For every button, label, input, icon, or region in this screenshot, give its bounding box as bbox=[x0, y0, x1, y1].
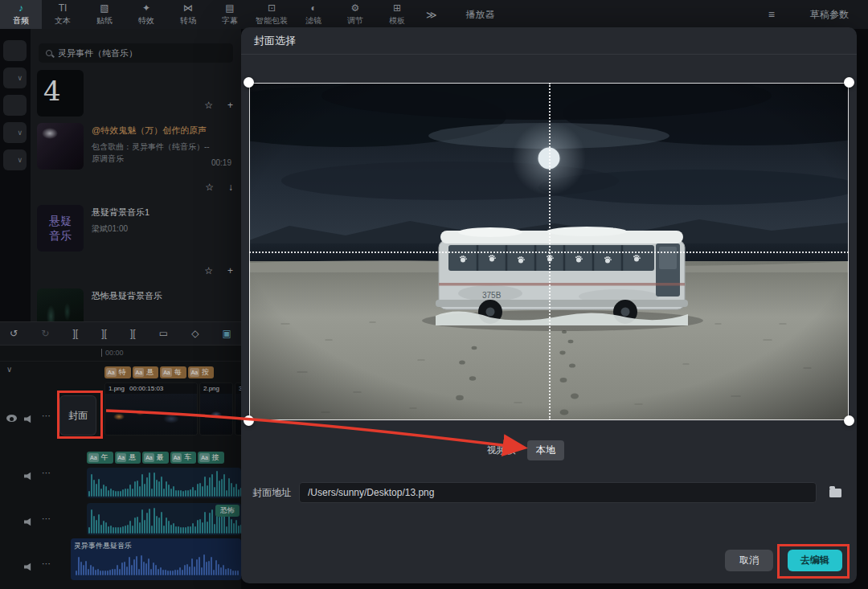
mute-track-icon[interactable] bbox=[24, 472, 34, 481]
cancel-button[interactable]: 取消 bbox=[725, 550, 773, 571]
crop-handle-bottom-left[interactable] bbox=[244, 415, 254, 426]
add-icon[interactable]: + bbox=[227, 100, 233, 111]
mute-track-icon[interactable] bbox=[24, 562, 34, 571]
add-icon[interactable]: + bbox=[227, 265, 233, 276]
timeline-ruler[interactable]: 00:00 bbox=[0, 346, 241, 362]
tab-sticker[interactable]: ▧ 贴纸 bbox=[84, 0, 125, 29]
search-input[interactable] bbox=[58, 48, 226, 58]
tab-effects[interactable]: ✦ 特效 bbox=[125, 0, 167, 29]
captions-icon: ▤ bbox=[225, 3, 234, 14]
toggle-visibility-icon[interactable] bbox=[6, 415, 17, 422]
rail-item[interactable] bbox=[3, 40, 27, 61]
tab-audio[interactable]: ♪ 音频 bbox=[0, 0, 42, 29]
audio-icon: ♪ bbox=[18, 3, 23, 14]
cover-address-input[interactable] bbox=[299, 482, 817, 503]
audio-track[interactable] bbox=[87, 468, 241, 498]
text-clip[interactable]: Aa悬 bbox=[115, 452, 141, 464]
text-clip[interactable]: Aa悬 bbox=[133, 366, 159, 378]
text-style-icon: Aa bbox=[106, 368, 117, 377]
crop-handle-top-right[interactable] bbox=[844, 77, 854, 88]
music-list-item[interactable]: 悬疑音乐 悬疑背景音乐1 梁斌01:00 ☆ + bbox=[31, 199, 241, 283]
track-more-icon[interactable]: ⋯ bbox=[42, 411, 51, 420]
cover-selection-dialog: 封面选择 bbox=[241, 27, 857, 583]
clip-label: 1.png00:00:15:03 bbox=[105, 383, 197, 394]
text-clip[interactable]: Aa特 bbox=[104, 366, 131, 378]
music-item-body: 悬疑背景音乐1 梁斌01:00 bbox=[92, 205, 149, 277]
split-icon[interactable]: ][ bbox=[72, 328, 78, 339]
trim-right-icon[interactable]: ][ bbox=[130, 328, 136, 339]
music-title: @特效鬼魅（万）创作的原声 bbox=[92, 125, 212, 137]
tab-template[interactable]: ⊞ 模板 bbox=[376, 0, 418, 29]
more-tools-button[interactable]: ≫ bbox=[418, 0, 445, 29]
track-more-icon[interactable]: ⋯ bbox=[42, 559, 51, 568]
draft-params-button[interactable]: 草稿参数 bbox=[810, 8, 849, 22]
clip-thumbnail bbox=[105, 394, 197, 436]
thumbnail-text: 悬疑音乐 bbox=[47, 214, 74, 243]
text-clip[interactable]: Aa最 bbox=[142, 452, 169, 464]
cover-button[interactable]: 封面 bbox=[59, 395, 96, 436]
music-panel: 4 ☆ + @特效鬼魅（万）创作的原声 包含歌曲：灵异事件（纯音乐）--原调音乐… bbox=[31, 29, 241, 321]
music-item-body: @特效鬼魅（万）创作的原声 包含歌曲：灵异事件（纯音乐）--原调音乐 bbox=[92, 123, 212, 194]
text-icon: TI bbox=[59, 3, 68, 14]
go-edit-button[interactable]: 去编辑 bbox=[788, 550, 842, 571]
crop-handle-bottom-right[interactable] bbox=[844, 415, 854, 426]
smart-package-icon: ⊡ bbox=[268, 3, 276, 14]
audio-track[interactable]: 恐怖 bbox=[87, 503, 241, 535]
music-item-actions: ☆ + bbox=[204, 100, 233, 111]
clip-thumbnail bbox=[235, 394, 241, 436]
rail-item[interactable]: ∨ bbox=[3, 149, 27, 170]
track-more-icon[interactable]: ⋯ bbox=[42, 514, 51, 523]
timeline: 00:00 ∨ Aa特 Aa悬 Aa每 Aa按 封面 1.png00:00:15… bbox=[0, 346, 241, 589]
trim-left-icon[interactable]: ][ bbox=[101, 328, 107, 339]
favorite-icon[interactable]: ☆ bbox=[204, 100, 213, 111]
select-box-icon[interactable]: ▭ bbox=[159, 328, 168, 339]
text-clip[interactable]: Aa午 bbox=[87, 452, 113, 464]
tab-text[interactable]: TI 文本 bbox=[42, 0, 84, 29]
chevron-down-icon: ∨ bbox=[17, 129, 23, 137]
crop-handle-top-left[interactable] bbox=[244, 77, 254, 88]
tab-audio-label: 音频 bbox=[13, 15, 29, 27]
text-clip[interactable]: Aa按 bbox=[188, 366, 215, 378]
mute-track-icon[interactable] bbox=[24, 517, 34, 526]
music-list-item[interactable]: @特效鬼魅（万）创作的原声 包含歌曲：灵异事件（纯音乐）--原调音乐 00:19… bbox=[31, 117, 241, 199]
tab-effects-label: 特效 bbox=[138, 15, 154, 27]
undo-icon[interactable]: ↺ bbox=[10, 328, 18, 339]
download-icon[interactable]: ↓ bbox=[228, 182, 233, 193]
tab-transition[interactable]: ⋈ 转场 bbox=[167, 0, 209, 29]
collapse-track-icon[interactable]: ∨ bbox=[6, 365, 12, 374]
rail-item[interactable] bbox=[3, 95, 27, 116]
tab-video-frame[interactable]: 视频帧 bbox=[487, 444, 516, 457]
tab-local[interactable]: 本地 bbox=[527, 440, 564, 460]
text-clip[interactable]: Aa接 bbox=[198, 452, 224, 464]
rail-item[interactable]: ∨ bbox=[3, 67, 27, 88]
text-clip[interactable]: Aa车 bbox=[170, 452, 197, 464]
video-clip[interactable]: 1.png00:00:15:03 bbox=[104, 382, 198, 436]
mask-icon[interactable]: ◇ bbox=[191, 328, 199, 339]
tab-template-label: 模板 bbox=[389, 15, 405, 27]
rail-item[interactable]: ∨ bbox=[3, 122, 27, 143]
tab-adjust[interactable]: ⚙ 调节 bbox=[334, 0, 376, 29]
menu-icon[interactable]: ≡ bbox=[768, 8, 775, 21]
cover-crop-area[interactable]: 375B bbox=[249, 83, 849, 420]
browse-folder-button[interactable] bbox=[825, 483, 845, 502]
layer-icon[interactable]: ▣ bbox=[223, 328, 231, 339]
mute-track-icon[interactable] bbox=[24, 415, 34, 423]
track-more-icon[interactable]: ⋯ bbox=[42, 468, 51, 477]
favorite-icon[interactable]: ☆ bbox=[205, 182, 214, 193]
tab-filter[interactable]: ◐ 滤镜 bbox=[293, 0, 334, 29]
favorite-icon[interactable]: ☆ bbox=[204, 265, 213, 276]
music-search-bar[interactable] bbox=[39, 43, 233, 63]
text-clip-horror[interactable]: 恐怖 bbox=[215, 505, 240, 517]
redo-icon[interactable]: ↻ bbox=[41, 328, 49, 339]
music-audio-track[interactable]: 灵异事件悬疑音乐 bbox=[71, 538, 241, 580]
music-list: 4 ☆ + @特效鬼魅（万）创作的原声 包含歌曲：灵异事件（纯音乐）--原调音乐… bbox=[31, 64, 241, 355]
text-clip[interactable]: Aa每 bbox=[160, 366, 186, 378]
tab-smart-package[interactable]: ⊡ 智能包装 bbox=[251, 0, 293, 29]
search-icon bbox=[46, 50, 52, 56]
video-clip[interactable]: 3.p bbox=[235, 382, 241, 436]
music-list-item[interactable]: 4 ☆ + bbox=[31, 64, 241, 117]
transition-icon: ⋈ bbox=[183, 3, 193, 14]
video-clip[interactable]: 2.png bbox=[199, 382, 233, 436]
tab-captions-label: 字幕 bbox=[222, 15, 238, 27]
tab-captions[interactable]: ▤ 字幕 bbox=[209, 0, 251, 29]
